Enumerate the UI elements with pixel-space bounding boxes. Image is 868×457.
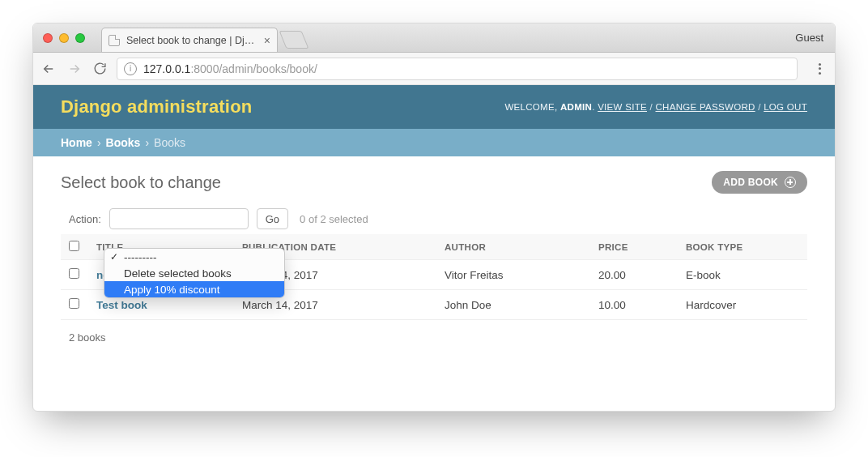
change-password-link[interactable]: CHANGE PASSWORD — [656, 102, 755, 112]
action-option-discount[interactable]: Apply 10% discount — [104, 281, 284, 297]
address-input[interactable]: i 127.0.0.1:8000/admin/books/book/ — [117, 58, 798, 80]
breadcrumb: Home › Books › Books — [33, 129, 835, 156]
cell-price: 10.00 — [590, 290, 678, 320]
action-select[interactable] — [109, 208, 249, 229]
tab-title: Select book to change | Django — [126, 35, 257, 46]
go-button[interactable]: Go — [257, 208, 288, 229]
col-book-type[interactable]: BOOK TYPE — [678, 234, 807, 260]
col-author[interactable]: AUTHOR — [436, 234, 590, 260]
page-icon — [108, 35, 120, 46]
row-checkbox[interactable] — [69, 298, 79, 309]
cell-author: John Doe — [436, 290, 590, 320]
view-site-link[interactable]: VIEW SITE — [598, 102, 647, 112]
row-checkbox[interactable] — [69, 268, 79, 279]
browser-menu-icon[interactable] — [812, 63, 827, 75]
bulk-action-row: Action: Go 0 of 2 selected — [69, 208, 807, 229]
site-info-icon[interactable]: i — [124, 62, 137, 75]
breadcrumb-parent[interactable]: Books — [106, 136, 141, 149]
site-brand: Django administration — [61, 96, 252, 117]
address-text: 127.0.0.1:8000/admin/books/book/ — [143, 62, 317, 75]
window-controls — [43, 33, 85, 43]
reload-icon[interactable] — [93, 62, 107, 75]
browser-window: Select book to change | Django × Guest i — [32, 23, 836, 412]
username: ADMIN — [560, 102, 592, 112]
action-dropdown[interactable]: --------- Delete selected books Apply 10… — [104, 248, 285, 298]
forward-icon — [67, 62, 82, 76]
browser-tab[interactable]: Select book to change | Django × — [101, 28, 278, 52]
result-summary: 2 books — [61, 320, 807, 355]
close-icon[interactable] — [43, 33, 53, 43]
book-title-link[interactable]: Test book — [96, 299, 147, 311]
new-tab-button[interactable] — [279, 31, 309, 49]
minimize-icon[interactable] — [59, 33, 69, 43]
back-icon[interactable] — [41, 62, 56, 76]
add-book-button[interactable]: ADD BOOK — [712, 171, 807, 194]
cell-price: 20.00 — [590, 260, 678, 290]
breadcrumb-current: Books — [154, 136, 185, 149]
django-header: Django administration WELCOME, ADMIN. VI… — [33, 85, 835, 129]
address-bar: i 127.0.0.1:8000/admin/books/book/ — [33, 53, 835, 85]
select-all-checkbox[interactable] — [69, 241, 79, 251]
plus-icon — [785, 177, 796, 188]
add-book-label: ADD BOOK — [723, 177, 778, 188]
selection-count: 0 of 2 selected — [300, 213, 368, 225]
breadcrumb-home[interactable]: Home — [61, 136, 92, 149]
profile-label[interactable]: Guest — [795, 32, 823, 44]
page-title: Select book to change — [61, 173, 221, 192]
action-label: Action: — [69, 213, 101, 225]
col-price[interactable]: PRICE — [590, 234, 678, 260]
cell-book-type: Hardcover — [678, 290, 807, 320]
tab-bar: Select book to change | Django × Guest — [33, 23, 835, 53]
cell-author: Vitor Freitas — [436, 260, 590, 290]
action-option-placeholder[interactable]: --------- — [104, 249, 284, 265]
tab-close-icon[interactable]: × — [264, 34, 270, 47]
cell-book-type: E-book — [678, 260, 807, 290]
maximize-icon[interactable] — [75, 33, 85, 43]
log-out-link[interactable]: LOG OUT — [764, 102, 807, 112]
action-option-delete[interactable]: Delete selected books — [104, 265, 284, 281]
user-links: WELCOME, ADMIN. VIEW SITE / CHANGE PASSW… — [504, 102, 807, 112]
